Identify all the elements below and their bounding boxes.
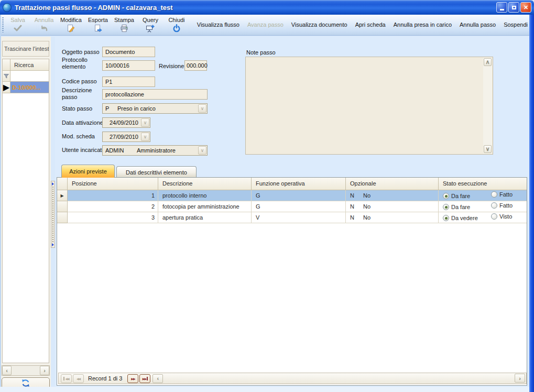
- column-header-stato-esecuzione[interactable]: Stato esecuzione: [439, 178, 527, 190]
- splitter-collapse-icon: [52, 243, 54, 246]
- mod-scheda-label: Mod. scheda: [62, 133, 95, 140]
- scroll-right-icon[interactable]: ›: [515, 374, 525, 383]
- cell-opzionale[interactable]: N No: [346, 190, 439, 201]
- row-selector-cell[interactable]: [57, 201, 68, 212]
- sidebar-splitter[interactable]: [51, 181, 55, 248]
- column-header-posizione[interactable]: Posizione: [68, 178, 158, 190]
- radio-unselected-icon[interactable]: [491, 213, 497, 220]
- sidebar-filter-input[interactable]: [10, 71, 49, 81]
- radio-unselected-icon[interactable]: [491, 202, 497, 209]
- next-record-button[interactable]: ▶▶: [127, 374, 138, 383]
- radio-unselected-icon[interactable]: [491, 191, 497, 198]
- cell-descrizione[interactable]: fotocopia per amministrazione: [158, 201, 252, 212]
- chevron-down-icon[interactable]: ∨: [141, 118, 149, 127]
- utente-incaricato-code: ADMIN: [105, 147, 124, 154]
- sidebar-column-header[interactable]: Ricerca: [10, 59, 49, 71]
- descrizione-passo-field[interactable]: protocollazione: [102, 89, 208, 100]
- tab-content: Posizione Descrizione Funzione operativa…: [57, 177, 527, 386]
- sidebar-horizontal-scrollbar[interactable]: ‹ ›: [2, 365, 50, 376]
- action-avanza-passo[interactable]: Avanza passo: [247, 21, 284, 28]
- table-indicator-header: [57, 178, 68, 190]
- tab-azioni-previste[interactable]: Azioni previste: [61, 165, 115, 178]
- last-record-button[interactable]: ▶▶: [139, 374, 150, 383]
- save-check-icon: [14, 24, 22, 33]
- action-annulla-passo[interactable]: Annulla passo: [460, 21, 496, 28]
- row-selector-icon[interactable]: ▶: [57, 190, 68, 201]
- tab-dati-descrittivi-elemento[interactable]: Dati descrittivi elemento: [116, 166, 197, 178]
- scroll-down-icon[interactable]: ∨: [484, 145, 492, 153]
- chevron-down-icon[interactable]: ∨: [198, 146, 206, 155]
- close-button[interactable]: ✕: [520, 2, 531, 13]
- cell-posizione[interactable]: 1: [68, 190, 158, 201]
- protocollo-elemento-field[interactable]: 10/00016: [102, 60, 155, 71]
- toolbar: Salva Annulla Modifica Esporta: [0, 15, 534, 36]
- cell-opzionale[interactable]: N No: [346, 212, 439, 223]
- scroll-up-icon[interactable]: ∧: [484, 58, 492, 66]
- minimize-icon: [500, 9, 504, 10]
- stato-passo-combo[interactable]: P Preso in carico ∨: [102, 103, 208, 114]
- first-record-button[interactable]: ◀◀: [61, 374, 72, 383]
- action-sospendi[interactable]: Sospendi: [504, 21, 528, 28]
- radio-selected-icon[interactable]: [443, 215, 449, 221]
- previous-record-button[interactable]: ◀◀: [73, 374, 84, 383]
- data-attivazione-picker[interactable]: 24/09/2010 ∨: [102, 117, 150, 128]
- note-passo-textarea[interactable]: ∧ ∨: [245, 57, 493, 155]
- sidebar-selected-row[interactable]: ▶ D-10/000...: [3, 82, 49, 93]
- note-vertical-scrollbar[interactable]: ∧ ∨: [483, 58, 492, 154]
- cell-descrizione[interactable]: protocollo interno: [158, 190, 252, 201]
- stato-passo-label: Stato passo: [62, 105, 92, 112]
- action-visualizza-documento[interactable]: Visualizza documento: [291, 21, 347, 28]
- sidebar-item-label: D-10/000...: [10, 82, 49, 93]
- row-selector-cell[interactable]: [57, 212, 68, 223]
- sidebar-header-row: Ricerca: [3, 59, 49, 71]
- column-header-descrizione[interactable]: Descrizione: [158, 178, 252, 190]
- mod-scheda-value: 27/09/2010: [110, 134, 138, 140]
- export-button[interactable]: Esporta: [86, 16, 110, 34]
- undo-icon: [40, 24, 48, 33]
- cell-opzionale[interactable]: N No: [346, 201, 439, 212]
- cell-posizione[interactable]: 2: [68, 201, 158, 212]
- save-button[interactable]: Salva: [6, 16, 29, 34]
- radio-selected-icon[interactable]: [443, 193, 449, 199]
- toolbar-drag-handle[interactable]: [2, 17, 4, 32]
- query-button[interactable]: Query: [139, 16, 162, 34]
- mod-scheda-picker[interactable]: 27/09/2010 ∨: [102, 132, 150, 142]
- edit-icon: [67, 24, 75, 33]
- power-icon: [172, 24, 181, 33]
- utente-incaricato-value: Amministratore: [137, 147, 176, 154]
- oggetto-passo-field[interactable]: Documento: [102, 47, 155, 57]
- note-passo-label: Note passo: [246, 49, 276, 56]
- group-by-hint: Trascinare l'intest: [2, 41, 49, 57]
- cell-funzione-operativa[interactable]: V: [252, 212, 346, 223]
- scroll-right-icon[interactable]: ›: [40, 366, 49, 375]
- filter-funnel-icon[interactable]: [3, 71, 10, 82]
- codice-passo-field[interactable]: P1: [102, 77, 155, 87]
- window-title: Trattazione passi flusso - ADMIN - calza…: [15, 4, 173, 12]
- cell-funzione-operativa[interactable]: G: [252, 201, 346, 212]
- stato-passo-value: Preso in carico: [117, 105, 156, 112]
- close-window-button[interactable]: Chiudi: [165, 16, 188, 34]
- utente-incaricato-combo[interactable]: ADMIN Amministratore ∨: [102, 145, 208, 156]
- radio-selected-icon[interactable]: [443, 204, 449, 210]
- print-button[interactable]: Stampa: [113, 16, 136, 34]
- scroll-left-icon[interactable]: ‹: [2, 366, 12, 375]
- cell-descrizione[interactable]: apertura pratica: [158, 212, 252, 223]
- splitter-grip: [52, 187, 53, 242]
- chevron-down-icon[interactable]: ∨: [198, 104, 206, 113]
- chevron-down-icon[interactable]: ∨: [141, 133, 149, 141]
- edit-button[interactable]: Modifica: [59, 16, 83, 34]
- cell-posizione[interactable]: 3: [68, 212, 158, 223]
- cell-funzione-operativa[interactable]: G: [252, 190, 346, 201]
- column-header-opzionale[interactable]: Opzionale: [346, 178, 439, 190]
- undo-button[interactable]: Annulla: [32, 16, 56, 34]
- action-annulla-presa-in-carico[interactable]: Annulla presa in carico: [394, 21, 452, 28]
- action-visualizza-flusso[interactable]: Visualizza flusso: [197, 21, 239, 28]
- column-header-funzione-operativa[interactable]: Funzione operativa: [252, 178, 346, 190]
- minimize-button[interactable]: [496, 2, 507, 13]
- revisione-field[interactable]: 000.000: [184, 60, 207, 71]
- cell-stato-esecuzione: Da vedere Visto: [439, 212, 527, 223]
- window-border-left: [0, 15, 1, 392]
- action-apri-scheda[interactable]: Apri scheda: [355, 21, 386, 28]
- maximize-button[interactable]: [508, 2, 519, 13]
- scroll-left-icon[interactable]: ‹: [152, 374, 163, 383]
